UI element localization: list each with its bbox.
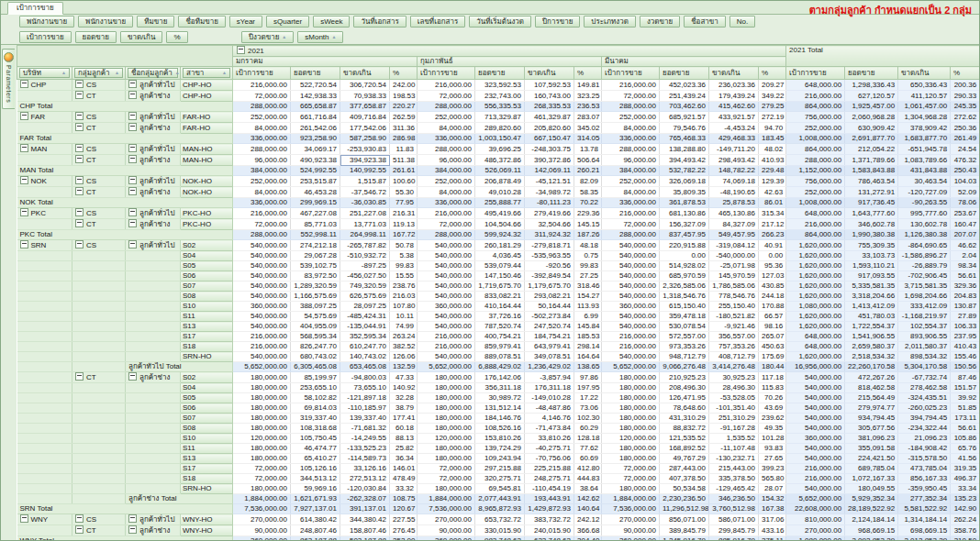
collapse-icon[interactable] — [75, 80, 84, 88]
row-header-cell[interactable] — [72, 251, 126, 261]
row-header-cell[interactable] — [72, 434, 126, 444]
pivot-value-cell[interactable]: 298,493.42 — [709, 155, 759, 166]
pivot-value-cell[interactable]: 506.64 — [574, 155, 602, 166]
measure-header[interactable]: ยอดขาย — [475, 67, 525, 80]
pivot-value-cell[interactable]: 43.69 — [759, 403, 786, 414]
row-header-cell[interactable]: PKC-HO — [181, 219, 233, 230]
pivot-value-cell[interactable]: -262,328.07 — [340, 494, 390, 504]
pivot-value-cell[interactable]: 1,620,000.00 — [786, 261, 845, 271]
pivot-value-cell[interactable]: 170.88 — [759, 302, 786, 312]
pivot-value-cell[interactable]: 653,465.08 — [340, 362, 390, 372]
pivot-value-cell[interactable]: 540,000.00 — [786, 454, 845, 464]
pivot-value-cell[interactable]: 131,272.91 — [845, 187, 898, 198]
pivot-value-cell[interactable]: 96,000.00 — [602, 155, 660, 166]
row-header-cell[interactable] — [17, 352, 72, 362]
pivot-value-cell[interactable]: 1,008,000.00 — [786, 198, 845, 208]
row-header-cell[interactable] — [126, 261, 181, 271]
pivot-value-cell[interactable]: 98.34 — [951, 261, 980, 271]
pivot-value-cell[interactable]: 35,809.35 — [660, 187, 709, 198]
pivot-value-cell[interactable]: 288,000.00 — [233, 102, 291, 112]
row-header-cell[interactable]: S02 — [181, 240, 233, 251]
pivot-value-cell[interactable]: 288,000.00 — [418, 144, 475, 155]
pivot-value-cell[interactable]: 1,152,000.00 — [786, 166, 845, 176]
pivot-value-cell[interactable]: 276.45 — [390, 525, 418, 536]
pivot-value-cell[interactable]: 180,000.00 — [602, 444, 660, 454]
measure-header[interactable]: % — [390, 67, 418, 80]
pivot-value-cell[interactable]: 818,462.58 — [845, 383, 898, 393]
pivot-value-cell[interactable]: 105,750.45 — [291, 434, 340, 444]
pivot-value-cell[interactable]: 72,000.00 — [602, 474, 660, 484]
pivot-value-cell[interactable]: 514,928.02 — [660, 261, 709, 271]
pivot-value-cell[interactable]: 786,463.54 — [845, 176, 898, 187]
pivot-value-cell[interactable]: 586,071.00 — [709, 514, 759, 525]
pivot-value-cell[interactable]: 394,923.38 — [340, 155, 390, 166]
pivot-value-cell[interactable]: 968,669.15 — [845, 525, 898, 536]
pivot-value-cell[interactable]: -149,711.20 — [709, 144, 759, 155]
pivot-value-cell[interactable]: 540,000.00 — [602, 261, 660, 271]
pivot-value-cell[interactable]: 180,000.00 — [418, 484, 475, 494]
pivot-value-cell[interactable]: 917,736.45 — [845, 198, 898, 208]
pivot-value-cell[interactable]: 173.11 — [951, 414, 980, 424]
group-total-label[interactable]: SRN Total — [17, 504, 233, 514]
pivot-value-cell[interactable]: 216,000.00 — [602, 342, 660, 352]
pivot-value-cell[interactable]: 33,810.26 — [525, 434, 574, 444]
pivot-value-cell[interactable]: 599,924.32 — [475, 230, 525, 240]
pivot-value-cell[interactable]: 27.25 — [574, 271, 602, 282]
pivot-value-cell[interactable]: 681,130.86 — [660, 208, 709, 219]
pivot-value-cell[interactable]: 615,150.40 — [660, 302, 709, 312]
pivot-value-cell[interactable]: 383,732.72 — [525, 514, 574, 525]
month-header-0[interactable]: มกราคม — [233, 57, 418, 67]
pivot-value-cell[interactable]: 648,000.00 — [786, 342, 845, 352]
pivot-value-cell[interactable]: 215,443.00 — [709, 464, 759, 474]
pivot-value-cell[interactable]: 180,000.00 — [418, 424, 475, 434]
row-header-cell[interactable] — [72, 271, 126, 282]
pivot-value-cell[interactable]: -253,930.83 — [340, 144, 390, 155]
pivot-value-cell[interactable]: 238.76 — [390, 282, 418, 292]
collapse-icon[interactable] — [75, 514, 84, 523]
pivot-value-cell[interactable]: 384,000.00 — [418, 166, 475, 176]
pivot-value-cell[interactable]: -114,589.73 — [340, 454, 390, 464]
collapse-icon[interactable] — [128, 155, 137, 163]
filter-field-4[interactable]: sYear — [229, 16, 262, 28]
pivot-value-cell[interactable]: 755,309.35 — [845, 240, 898, 251]
pivot-value-cell[interactable]: 298.14 — [574, 342, 602, 352]
pivot-value-cell[interactable]: -129,465.42 — [709, 484, 759, 494]
pivot-value-cell[interactable]: -34,989.72 — [525, 187, 574, 198]
pivot-value-cell[interactable]: -392,849.54 — [525, 271, 574, 282]
pivot-value-cell[interactable]: 30,989.72 — [475, 393, 525, 403]
pivot-value-cell[interactable]: 205,820.60 — [525, 123, 574, 134]
collapse-icon[interactable] — [75, 219, 84, 227]
pivot-value-cell[interactable]: 713,329.87 — [475, 112, 525, 123]
pivot-value-cell[interactable]: 1,643,777.60 — [845, 208, 898, 219]
pivot-value-cell[interactable]: 41.56 — [951, 454, 980, 464]
pivot-value-cell[interactable]: -91,167.28 — [709, 424, 759, 434]
measure-header[interactable]: เป้าการขาย — [786, 67, 845, 80]
row-header-cell[interactable]: S05 — [181, 261, 233, 271]
pivot-value-cell[interactable]: 145.84 — [574, 322, 602, 332]
pivot-value-cell[interactable]: -1,168,219.97 — [898, 312, 951, 322]
row-header-cell[interactable] — [72, 342, 126, 352]
pivot-value-cell[interactable]: 79,546.76 — [660, 123, 709, 134]
pivot-value-cell[interactable]: 685,970.59 — [660, 271, 709, 282]
pivot-value-cell[interactable]: 32,504.66 — [525, 219, 574, 230]
pivot-value-cell[interactable]: 430.85 — [759, 282, 786, 292]
pivot-value-cell[interactable]: 864,000.00 — [786, 102, 845, 112]
pivot-value-cell[interactable]: 1,620,000.00 — [786, 271, 845, 282]
pivot-value-cell[interactable]: 2.04 — [951, 251, 980, 261]
pivot-value-cell[interactable]: 556,335.53 — [475, 102, 525, 112]
pivot-value-cell[interactable]: 175.69 — [759, 352, 786, 362]
pivot-value-cell[interactable]: -324,435.51 — [898, 393, 951, 403]
pivot-value-cell[interactable]: 252,000.00 — [418, 112, 475, 123]
pivot-value-cell[interactable]: 948,712.79 — [660, 352, 709, 362]
pivot-value-cell[interactable]: 630,909.42 — [845, 123, 898, 134]
pivot-value-cell[interactable]: 33.32 — [390, 484, 418, 494]
row-field-button[interactable]: สาขา▲ — [183, 68, 230, 78]
pivot-value-cell[interactable]: 1,179,675.70 — [525, 282, 574, 292]
pivot-value-cell[interactable]: 90,000.00 — [602, 525, 660, 536]
collapse-icon[interactable] — [20, 240, 28, 248]
measure-header[interactable]: เป้าการขาย — [418, 67, 475, 80]
pivot-value-cell[interactable]: 5,652,000.00 — [602, 362, 660, 372]
pivot-value-cell[interactable]: 198.53 — [390, 91, 418, 102]
pivot-value-cell[interactable]: 72,000.00 — [233, 91, 291, 102]
pivot-value-cell[interactable]: 154.27 — [574, 292, 602, 302]
